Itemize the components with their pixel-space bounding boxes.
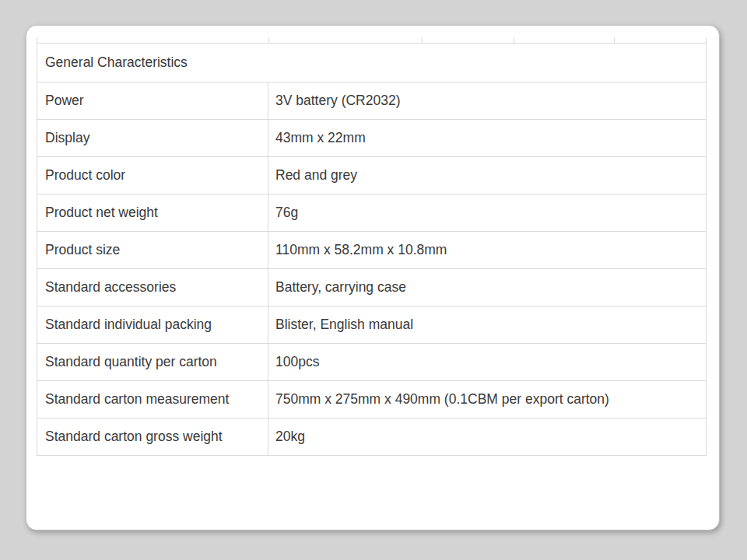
table-row: Product color Red and grey bbox=[37, 156, 706, 194]
spec-value-cell: 100pcs bbox=[268, 344, 706, 380]
table-row: Standard carton gross weight 20kg bbox=[37, 418, 706, 455]
table-section-header-row: General Characteristics bbox=[37, 44, 706, 82]
spec-value-cell: 110mm x 58.2mm x 10.8mm bbox=[268, 232, 706, 268]
cutoff-column-divider bbox=[422, 37, 423, 43]
spec-label-cell: Standard carton gross weight bbox=[37, 418, 268, 455]
spec-label-cell: Standard individual packing bbox=[37, 306, 268, 343]
table-row: Product size 110mm x 58.2mm x 10.8mm bbox=[37, 231, 706, 268]
spec-value-cell: 43mm x 22mm bbox=[268, 120, 706, 156]
spec-value-cell: 750mm x 275mm x 490mm (0.1CBM per export… bbox=[268, 381, 706, 418]
spec-label-cell: Product net weight bbox=[37, 194, 268, 231]
cutoff-column-divider bbox=[268, 37, 269, 43]
spec-label-cell: Product size bbox=[37, 232, 268, 268]
spec-label-cell: Power bbox=[37, 82, 268, 119]
cutoff-column-divider bbox=[614, 37, 615, 43]
spec-value-cell: Battery, carrying case bbox=[268, 269, 706, 306]
spec-label-cell: Standard accessories bbox=[37, 269, 268, 306]
spec-value-cell: Blister, English manual bbox=[268, 306, 706, 343]
spec-value-cell: 20kg bbox=[268, 418, 706, 455]
cutoff-table-row-remnant bbox=[37, 37, 707, 43]
table-row: Power 3V battery (CR2032) bbox=[37, 82, 706, 119]
slide-background: General Characteristics Power 3V battery… bbox=[0, 0, 747, 560]
spec-label-cell: Standard quantity per carton bbox=[37, 344, 268, 380]
table-row: Standard individual packing Blister, Eng… bbox=[37, 306, 706, 343]
table-row: Product net weight 76g bbox=[37, 194, 706, 231]
table-row: Standard carton measurement 750mm x 275m… bbox=[37, 380, 706, 418]
spec-table: General Characteristics Power 3V battery… bbox=[37, 43, 707, 456]
spec-value-cell: 76g bbox=[268, 194, 706, 231]
spec-value-cell: 3V battery (CR2032) bbox=[268, 82, 706, 119]
spec-card: General Characteristics Power 3V battery… bbox=[26, 25, 720, 530]
table-section-header-label: General Characteristics bbox=[45, 54, 188, 71]
cutoff-column-divider bbox=[514, 37, 514, 43]
spec-label-cell: Product color bbox=[37, 157, 268, 194]
spec-label-cell: Standard carton measurement bbox=[37, 381, 268, 418]
spec-value-cell: Red and grey bbox=[268, 157, 706, 194]
spec-label-cell: Display bbox=[37, 120, 268, 156]
table-row: Display 43mm x 22mm bbox=[37, 119, 706, 156]
table-row: Standard accessories Battery, carrying c… bbox=[37, 268, 706, 306]
table-row: Standard quantity per carton 100pcs bbox=[37, 343, 706, 380]
